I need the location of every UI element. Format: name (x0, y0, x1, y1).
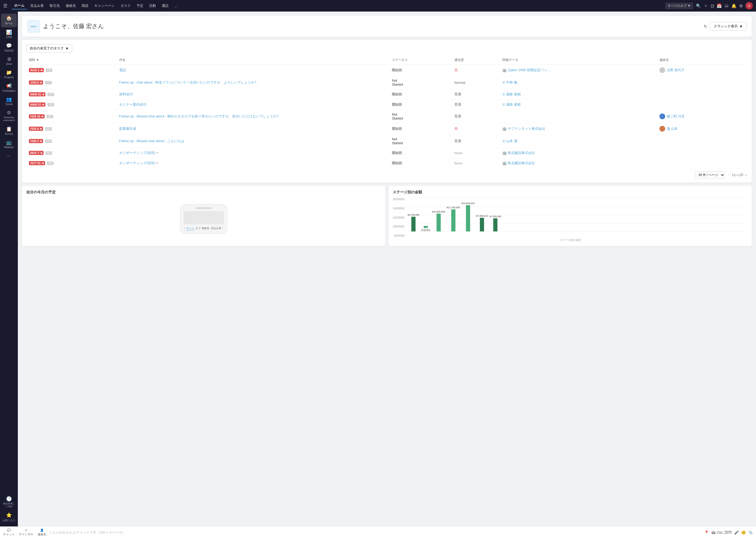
table-row: FEB 8 ◀ 390 提案書作成 開始前 高 🏢 サフランネット株式会社 蓮 … (26, 123, 748, 134)
task-title-link[interactable]: Follow up : Missed chat about - 御社のカタログを… (119, 114, 278, 118)
bottom-section: 自分の今日の予定 ‹ ホーム タブ 連絡先 見込み客 (22, 186, 752, 246)
sidebar-item-salesiq[interactable]: 💬 SalesIQ (1, 41, 17, 54)
chat-bubble-icon: 💬 (7, 528, 11, 532)
chart-bar[interactable] (480, 218, 484, 232)
related-link[interactable]: 🏢 鳥北建設株式会社 (502, 161, 654, 166)
chart-bar[interactable] (437, 214, 441, 232)
calendar-icon[interactable]: 📅 (717, 3, 722, 8)
task-title-link[interactable]: オンボーディング3回目 (119, 151, 155, 155)
emoji-icon[interactable]: 😊 (741, 530, 746, 535)
sidebar-item-recent[interactable]: 🕐 最近使用した項目 (1, 494, 17, 510)
col-priority: 優先度 (452, 56, 500, 65)
sidebar-item-crm[interactable]: 📊 CRM (1, 28, 17, 41)
task-filter-button[interactable]: 自分の未完了のタスク ▼ (26, 44, 72, 53)
task-related-cell: 🏢 Zylker CRM 初期設定バッ... (500, 65, 656, 76)
related-link[interactable]: © 蔵鋒 俊範 (502, 102, 654, 107)
top-nav-right: すべてのタブ ▼ 🔍 ＋ ⊡ 📅 🗂 🔔 ⚙ 佐 (665, 2, 753, 10)
contact-name[interactable]: 北野 喜代子 (667, 68, 685, 73)
attach-icon[interactable]: 📎 (748, 530, 753, 535)
mobile-nav-next[interactable]: › (222, 227, 223, 230)
nav-accounts[interactable]: 取引先 (47, 2, 63, 9)
task-title-link[interactable]: Follow up : Missed chat about - こんにちは (119, 139, 185, 143)
task-title-link[interactable]: 提案書作成 (119, 127, 136, 131)
zia-button[interactable]: 🤖 Ziaに質問 (711, 530, 732, 535)
sidebar-item-more[interactable]: ··· (1, 151, 17, 160)
related-link[interactable]: 🏢 サフランネット株式会社 (502, 126, 654, 131)
bar-group: ¥10,000,000 (432, 210, 445, 232)
all-tabs-button[interactable]: すべてのタブ ▼ (665, 3, 693, 9)
sidebar-label-campaigns: Campaigns (2, 89, 16, 92)
next-page-button[interactable]: › (744, 172, 748, 178)
settings-icon[interactable]: ⚙ (739, 3, 743, 8)
related-link[interactable]: 🏢 Zylker CRM 初期設定バッ... (502, 68, 654, 73)
chart-bar[interactable] (451, 209, 455, 232)
nav-more[interactable]: ... (172, 3, 180, 9)
nav-calls[interactable]: 通話 (159, 2, 171, 9)
sidebar-item-marketing-automation[interactable]: ⚙ Marketing Automation (1, 108, 17, 124)
chart-bar[interactable] (466, 205, 470, 232)
task-contact-cell (657, 100, 748, 110)
channels-icon[interactable]: # チャンネル (19, 528, 33, 536)
sidebar-item-survey[interactable]: 📋 Survey (1, 125, 17, 137)
location-icon[interactable]: 📍 (704, 530, 709, 535)
task-title-link[interactable]: 資料送付 (119, 92, 133, 96)
contact-name[interactable]: 健二郎 川北 (667, 114, 685, 119)
task-title-link[interactable]: Follow up : chat about - 料金プランについて一点伺いたい… (119, 81, 257, 84)
nav-campaigns[interactable]: キャンペーン (92, 2, 117, 9)
edit-icon[interactable]: ✏ (156, 161, 159, 165)
chart-bar[interactable] (424, 226, 428, 228)
social-icon: 👥 (6, 97, 12, 102)
search-icon[interactable]: 🔍 (696, 3, 701, 8)
mobile-nav-prev[interactable]: ‹ (184, 227, 185, 230)
sidebar-item-projects[interactable]: 📁 Projects (1, 68, 17, 81)
sidebar-item-social[interactable]: 👥 Social (1, 95, 17, 108)
sidebar-item-campaigns[interactable]: 📢 Campaigns (1, 81, 17, 94)
sidebar-item-desk[interactable]: 🖥 Desk (1, 55, 17, 68)
nav-activities[interactable]: 活動 (147, 2, 159, 9)
task-title-link[interactable]: セミナー案内送付 (119, 102, 147, 106)
sidebar-label-marketing-automation: Marketing Automation (2, 116, 16, 122)
task-date-cell: JUN 6 ◀ 272 (26, 76, 117, 89)
notifications-icon[interactable]: 🔔 (731, 3, 736, 8)
related-link[interactable]: © 山本 蓮 (502, 139, 654, 143)
chat-icon[interactable]: 💬 チャット (3, 528, 15, 536)
per-page-select[interactable]: 20 件 / ページ 50 件 / ページ (695, 172, 725, 178)
sidebar-item-webinar[interactable]: 📺 Webinar (1, 138, 17, 151)
related-link[interactable]: © 蔵鋒 俊範 (502, 92, 654, 97)
nav-contacts[interactable]: 連絡先 (63, 2, 78, 9)
mobile-nav-home[interactable]: ホーム (186, 227, 194, 230)
marketing-automation-icon: ⚙ (7, 110, 11, 115)
activity-icon[interactable]: ⊡ (711, 3, 714, 8)
contact-icon[interactable]: 👤 連絡先 (37, 528, 46, 536)
contact-avatar (659, 114, 665, 119)
classic-view-button[interactable]: クラシック表示 ▼ (710, 22, 746, 30)
nav-meetings[interactable]: 予定 (134, 2, 146, 9)
chart-bar[interactable] (411, 217, 415, 232)
nav-deals[interactable]: 商談 (79, 2, 91, 9)
files-icon[interactable]: 🗂 (725, 3, 729, 8)
sidebar-item-favorites[interactable]: ⭐ お気に入り (1, 511, 17, 524)
nav-leads[interactable]: 見込み客 (27, 2, 46, 9)
mobile-nav-tab[interactable]: タブ (195, 227, 201, 230)
related-link[interactable]: 🏢 鳥北建設株式会社 (502, 150, 654, 155)
add-icon[interactable]: ＋ (704, 3, 708, 9)
voice-icon[interactable]: 🎤 (734, 530, 739, 535)
mobile-preview: ‹ ホーム タブ 連絡先 見込み客 › (180, 204, 227, 234)
nav-tasks[interactable]: タスク (118, 2, 133, 9)
related-link[interactable]: © 中林 勉 (502, 80, 654, 85)
menu-icon[interactable]: ☰ (3, 3, 7, 9)
sidebar-item-home[interactable]: 🏠 ホーム (1, 14, 17, 27)
prev-page-button[interactable]: ‹ (728, 172, 731, 178)
chart-bar[interactable] (493, 218, 497, 232)
chat-input-area[interactable]: こちらがかんたんチャットです（Ctrl＋スペース） (49, 530, 702, 535)
avatar[interactable]: 佐 (745, 2, 753, 10)
task-title-link[interactable]: オンボーディング2回目 (119, 161, 155, 165)
task-contact-cell (657, 89, 748, 100)
mobile-nav-lead[interactable]: 見込み客 (211, 227, 221, 230)
edit-icon[interactable]: ✏ (156, 151, 159, 155)
nav-home[interactable]: ホーム (12, 2, 27, 10)
mobile-nav-contact[interactable]: 連絡先 (202, 227, 210, 230)
contact-name[interactable]: 蓮 山本 (667, 126, 678, 131)
task-title-link[interactable]: 電話 (119, 68, 126, 72)
refresh-button[interactable]: ↻ (704, 24, 707, 29)
